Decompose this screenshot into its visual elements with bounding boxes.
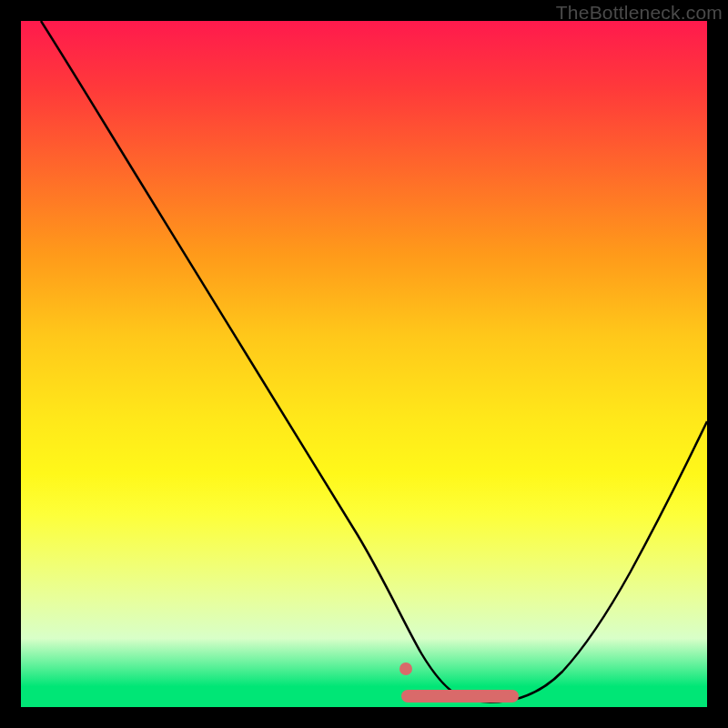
bottleneck-curve — [41, 21, 707, 703]
optimal-point-dot — [399, 662, 412, 675]
watermark-text: TheBottleneck.com — [556, 2, 723, 24]
chart-frame: TheBottleneck.com — [0, 0, 728, 728]
chart-svg — [21, 21, 707, 707]
chart-plot-area — [21, 21, 707, 707]
